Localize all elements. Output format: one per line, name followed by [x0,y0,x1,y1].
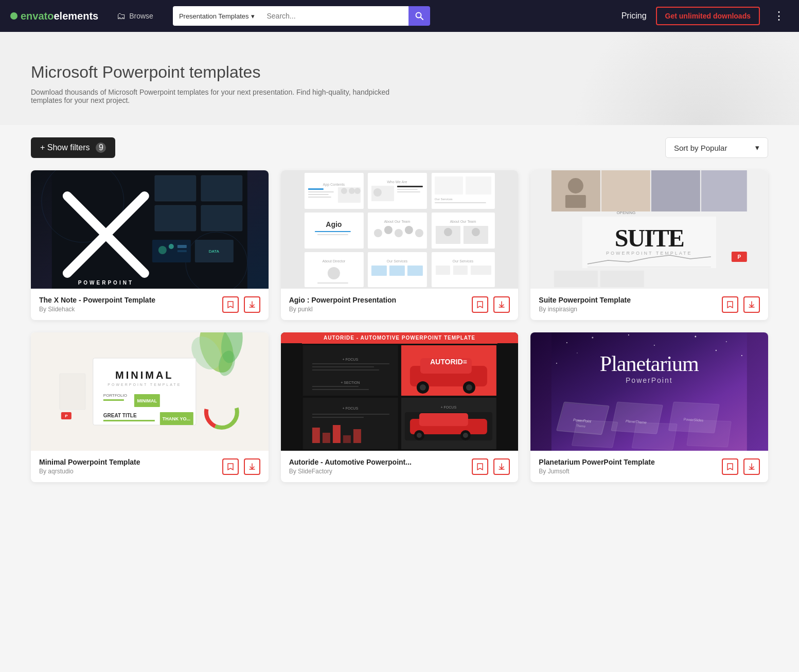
svg-rect-44 [314,231,350,232]
svg-text:Planetarium: Planetarium [600,352,699,376]
svg-rect-65 [371,266,386,276]
download-button-xnote[interactable] [244,296,260,313]
template-card-minimal[interactable]: MINIMAL POWERPOINT TEMPLATE PORTFOLIO MI… [31,332,269,482]
svg-text:P: P [738,254,741,260]
bookmark-button-autoride[interactable] [472,458,488,475]
svg-rect-38 [434,176,463,194]
bookmark-icon [476,300,484,309]
svg-rect-71 [453,266,467,275]
minimal-preview-svg: MINIMAL POWERPOINT TEMPLATE PORTFOLIO MI… [31,332,269,451]
logo-dot [10,12,17,20]
svg-rect-23 [308,191,333,192]
template-card-autoride[interactable]: AUTORIDE - AUTOMOTIVE POWERPOINT TEMPLAT… [281,332,519,482]
bookmark-button-xnote[interactable] [222,296,239,313]
bookmark-button-agio[interactable] [472,296,488,313]
svg-rect-119 [312,389,368,390]
search-category-selector[interactable]: Presentation Templates ▾ [173,6,261,26]
logo-text: envatoelements [21,10,98,22]
svg-text:+ FOCUS: + FOCUS [342,406,358,410]
template-author-autoride: By SlideFactory [289,468,412,475]
svg-rect-105 [60,374,85,410]
download-icon [498,463,505,471]
bookmark-button-minimal[interactable] [222,458,239,475]
svg-text:OPENING: OPENING [617,210,636,215]
sort-dropdown[interactable]: Sort by Popular ▾ [665,137,768,158]
svg-rect-34 [397,186,422,187]
svg-text:PORTFOLIO: PORTFOLIO [103,393,127,398]
download-button-suite[interactable] [743,296,760,313]
search-button[interactable] [409,6,430,26]
svg-point-13 [158,246,167,254]
xnote-preview-svg: POWERPOINT DATA [31,170,269,289]
bookmark-button-planetarium[interactable] [722,458,738,475]
template-actions-agio [472,296,510,313]
autoride-banner: AUTORIDE - AUTOMOTIVE POWERPOINT TEMPLAT… [281,332,519,343]
svg-text:Who We Are: Who We Are [387,180,407,184]
bookmark-button-suite[interactable] [722,296,738,313]
template-title-suite: Suite Powerpoint Template [539,296,631,304]
svg-rect-135 [343,435,350,443]
template-title-autoride: Autoride - Automotive Powerpoint... [289,458,412,466]
bookmark-icon [227,300,234,309]
svg-point-154 [741,355,742,356]
download-button-minimal[interactable] [244,458,260,475]
svg-point-52 [415,229,423,237]
svg-point-29 [354,188,360,194]
svg-point-49 [384,226,392,234]
template-info-autoride: Autoride - Automotive Powerpoint... By S… [281,451,519,482]
svg-rect-118 [312,386,358,387]
svg-text:P: P [65,414,68,418]
get-unlimited-button[interactable]: Get unlimited downloads [656,7,760,25]
svg-rect-39 [465,176,491,194]
svg-point-151 [695,336,697,338]
svg-text:PowerPoint: PowerPoint [626,376,673,384]
svg-point-61 [327,267,340,279]
template-thumbnail-agio: App Contents Who We Are Our S [281,170,519,289]
svg-text:MINIMAL: MINIMAL [137,398,157,403]
suite-preview-svg: OPENING SUITE POWERPOINT TEMPLATE P [530,170,768,289]
svg-point-48 [374,229,382,237]
search-bar: Presentation Templates ▾ [173,6,430,26]
template-card-suite[interactable]: OPENING SUITE POWERPOINT TEMPLATE P Suit… [530,170,768,320]
pricing-link[interactable]: Pricing [622,11,647,21]
svg-text:Our Services: Our Services [434,198,452,201]
svg-rect-84 [554,271,598,287]
more-options-button[interactable]: ⋮ [769,7,789,25]
template-thumbnail-suite: OPENING SUITE POWERPOINT TEMPLATE P [530,170,768,289]
svg-point-149 [628,334,629,335]
svg-text:Agio: Agio [326,220,342,228]
template-thumbnail-autoride: AUTORIDE - AUTOMOTIVE POWERPOINT TEMPLAT… [281,332,519,451]
svg-text:+ FOCUS: + FOCUS [440,405,456,409]
svg-rect-8 [201,205,242,231]
svg-point-28 [348,188,354,194]
template-actions-suite [722,296,760,313]
template-actions-planetarium [722,458,760,475]
svg-rect-42 [304,213,363,249]
svg-rect-72 [470,266,491,275]
svg-rect-115 [312,366,374,367]
svg-point-124 [419,384,425,391]
svg-point-27 [341,188,347,194]
template-card-xnote[interactable]: POWERPOINT DATA The X Note - Powerpoint … [31,170,269,320]
navbar: envatoelements 🗂 Browse Presentation Tem… [0,0,799,32]
svg-text:POWERPOINT TEMPLATE: POWERPOINT TEMPLATE [606,251,693,256]
svg-point-78 [568,178,583,193]
svg-rect-167 [572,420,618,448]
template-thumbnail-minimal: MINIMAL POWERPOINT TEMPLATE PORTFOLIO MI… [31,332,269,451]
show-filters-button[interactable]: + Show filters 9 [31,137,115,158]
svg-text:GREAT TITLE: GREAT TITLE [103,413,137,418]
search-input[interactable] [261,6,409,26]
template-card-agio[interactable]: App Contents Who We Are Our S [281,170,519,320]
template-author-planetarium: By Jumsoft [539,468,654,475]
template-card-planetarium[interactable]: Planetarium PowerPoint PowerPoint Theme … [530,332,768,482]
svg-rect-36 [397,191,420,192]
download-button-agio[interactable] [493,296,510,313]
template-info-planetarium: Planetarium PowerPoint Template By Jumso… [530,451,768,482]
download-button-autoride[interactable] [493,458,510,475]
download-button-planetarium[interactable] [743,458,760,475]
svg-line-1 [420,17,423,20]
svg-rect-168 [632,422,677,450]
logo[interactable]: envatoelements [10,10,98,22]
browse-button[interactable]: 🗂 Browse [112,8,158,25]
svg-rect-7 [155,205,196,231]
